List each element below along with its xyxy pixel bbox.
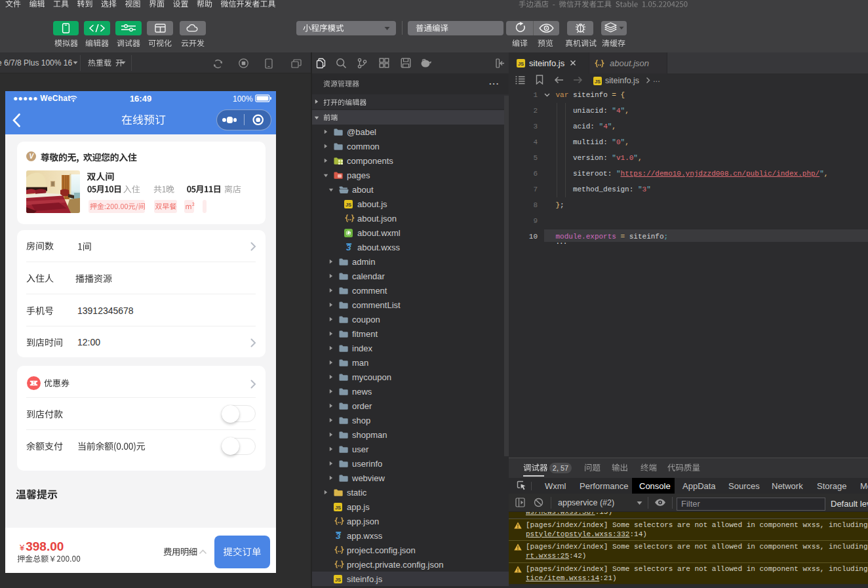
svg-text:JS: JS	[595, 78, 601, 84]
svg-text:JS: JS	[518, 61, 524, 67]
svg-text:JS: JS	[335, 577, 341, 583]
svg-text:JS: JS	[335, 505, 341, 511]
svg-text:JS: JS	[345, 202, 351, 208]
